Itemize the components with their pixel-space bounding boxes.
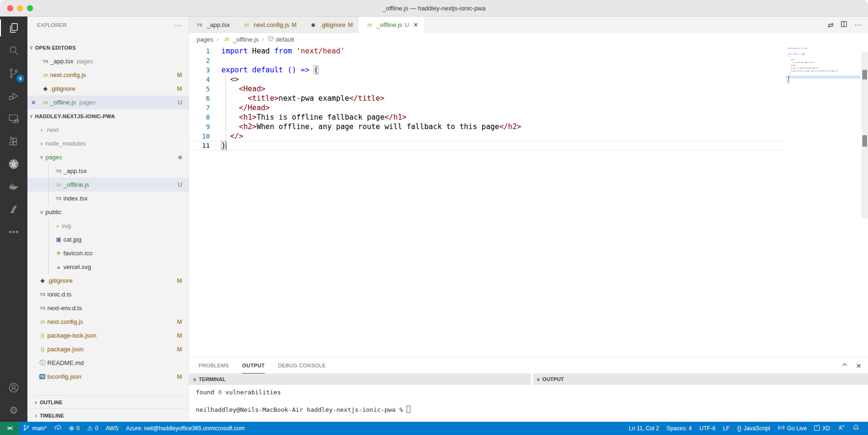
file-item-package.json[interactable]: {}package.jsonM bbox=[27, 342, 189, 356]
file-item-_app.tsx[interactable]: TS_app.tsx bbox=[27, 164, 189, 178]
status-errors[interactable]: ⊗0 bbox=[65, 422, 84, 435]
breadcrumb-item-pages[interactable]: pages bbox=[197, 36, 213, 43]
status-notifications[interactable] bbox=[849, 422, 863, 435]
source-control-badge: 6 bbox=[17, 75, 24, 82]
activity-bar-extensions-icon[interactable] bbox=[0, 130, 27, 153]
open-editor-item-_offline.js[interactable]: ✕JS_offline.jspagesU bbox=[27, 96, 189, 109]
open-editor-item-.gitignore[interactable]: ◆.gitignoreM bbox=[27, 82, 189, 96]
folder-item-public[interactable]: ∨public bbox=[27, 205, 189, 219]
code-editor[interactable]: 1import Head from 'next/head'23export de… bbox=[189, 45, 868, 357]
code-line-3[interactable]: 3export default () => ( bbox=[189, 65, 784, 75]
file-item-vercel.svg[interactable]: ▲vercel.svg bbox=[27, 260, 189, 274]
text-cursor bbox=[789, 76, 790, 83]
activity-bar-explorer-icon[interactable] bbox=[0, 17, 27, 39]
activity-bar-search-icon[interactable] bbox=[0, 39, 27, 62]
code-line-8[interactable]: 8 <h1>This is offline fallback page</h1> bbox=[189, 113, 784, 122]
code-line-6[interactable]: 6 <title>next-pwa example</title> bbox=[189, 94, 784, 103]
status-xd[interactable]: XD bbox=[810, 422, 834, 435]
file-item-_offline.js[interactable]: JS_offline.jsU bbox=[27, 178, 189, 191]
editor-tab-next.config.js[interactable]: JSnext.config.jsM bbox=[236, 17, 303, 33]
terminal-content[interactable]: found 0 vulnerabilitiesneilhaddley@Neils… bbox=[189, 385, 531, 422]
file-item-package-lock.json[interactable]: {}package-lock.jsonM bbox=[27, 329, 189, 342]
explorer-more-actions-icon[interactable]: ··· bbox=[174, 21, 182, 29]
sidebar-section-outline[interactable]: ›OUTLINE bbox=[27, 395, 189, 409]
file-item-.gitignore[interactable]: ◆.gitignoreM bbox=[27, 274, 189, 287]
chevron-down-icon: ∨ bbox=[38, 154, 45, 160]
workspace-root-header[interactable]: ∨HADDLEY-NEXTJS-IONIC-PWA bbox=[27, 109, 189, 123]
status-eol[interactable]: LF bbox=[719, 422, 733, 435]
scrollbar-thumb[interactable] bbox=[862, 135, 867, 147]
panel-tab-debug-console[interactable]: DEBUG CONSOLE bbox=[278, 357, 326, 374]
activity-bar-run-debug-icon[interactable] bbox=[0, 85, 27, 107]
code-line-2[interactable]: 2 bbox=[189, 56, 784, 65]
split-editor-icon[interactable] bbox=[840, 20, 848, 30]
close-editor-icon[interactable]: ✕ bbox=[31, 99, 41, 106]
file-item-next-env.d.ts[interactable]: TSnext-env.d.ts bbox=[27, 301, 189, 315]
status-language-mode[interactable]: {}JavaScript bbox=[733, 422, 774, 435]
status-remote-indicator[interactable]: >< bbox=[0, 422, 19, 435]
status-feedback[interactable] bbox=[834, 422, 849, 435]
status-encoding[interactable]: UTF-8 bbox=[695, 422, 719, 435]
file-item-README.md[interactable]: ⓘREADME.md bbox=[27, 356, 189, 370]
code-line-9[interactable]: 9 <h2>When offline, any page route will … bbox=[189, 122, 784, 131]
activity-bar-remote-explorer-icon[interactable] bbox=[0, 107, 27, 130]
code-line-11[interactable]: 11) bbox=[786, 76, 860, 78]
open-changes-icon[interactable]: ⇄ bbox=[827, 21, 833, 29]
activity-bar-settings-icon[interactable]: ⚙ bbox=[0, 399, 27, 422]
code-line-1[interactable]: 1import Head from 'next/head' bbox=[189, 46, 784, 56]
file-item-ionic.d.ts[interactable]: TSionic.d.ts bbox=[27, 287, 189, 301]
more-editor-actions-icon[interactable]: ⋯ bbox=[854, 21, 861, 29]
breadcrumb-item-_offline.js[interactable]: JS_offline.js bbox=[222, 36, 259, 43]
sidebar-section-timeline[interactable]: ›TIMELINE bbox=[27, 409, 189, 422]
panel-tab-output[interactable]: OUTPUT bbox=[242, 357, 265, 374]
file-item-cat.jpg[interactable]: ▦cat.jpg bbox=[27, 233, 189, 246]
scrollbar-thumb[interactable] bbox=[862, 70, 867, 79]
file-item-index.tsx[interactable]: TSindex.tsx bbox=[27, 191, 189, 205]
editor-tab-_offline.js[interactable]: JS_offline.jsU✕ bbox=[359, 17, 424, 33]
status-go-live[interactable]: Go Live bbox=[774, 422, 810, 435]
line-number: 4 bbox=[189, 75, 210, 84]
file-item-next.config.js[interactable]: JSnext.config.jsM bbox=[27, 315, 189, 329]
code-line-7[interactable]: 7 </Head> bbox=[189, 103, 784, 113]
folder-item-svg[interactable]: ›svg bbox=[27, 219, 189, 233]
bottom-panel: PROBLEMSOUTPUTDEBUG CONSOLE ✕ ∨ TERMINAL… bbox=[189, 357, 868, 422]
minimap[interactable]: 1import Head from 'next/head'23export de… bbox=[786, 47, 860, 78]
activity-bar-source-control-icon[interactable]: 6 bbox=[0, 62, 27, 85]
activity-bar-docker-icon[interactable] bbox=[0, 175, 27, 198]
status-aws[interactable]: AWS bbox=[102, 422, 122, 435]
editor-tab-.gitignore[interactable]: ◆.gitignoreM bbox=[303, 17, 359, 33]
window-title: _offline.js — haddley-nextjs-ionic-pwa bbox=[0, 5, 868, 12]
code-line-4[interactable]: 4 <> bbox=[189, 75, 784, 84]
editor-scrollbar[interactable] bbox=[861, 52, 868, 218]
code-line-11[interactable]: 11) bbox=[189, 141, 784, 150]
code-line-10[interactable]: 10 </> bbox=[189, 131, 784, 141]
folder-item-node_modules[interactable]: ›node_modules bbox=[27, 137, 189, 150]
activity-bar-account-icon[interactable] bbox=[0, 376, 27, 399]
status-azure-account[interactable]: Azure: neil@haddleyoffice365.onmicrosoft… bbox=[122, 422, 249, 435]
folder-item-pages[interactable]: ∨pages bbox=[27, 150, 189, 164]
status-cursor-position[interactable]: Ln 11, Col 2 bbox=[625, 422, 663, 435]
editor-tab-_app.tsx[interactable]: TS_app.tsx bbox=[189, 17, 236, 33]
activity-bar-kubernetes-icon[interactable] bbox=[0, 153, 27, 175]
terminal-pane-header[interactable]: ∨ TERMINAL bbox=[189, 374, 531, 385]
open-editors-section-header[interactable]: ∨OPEN EDITORS bbox=[27, 41, 189, 54]
output-pane-header[interactable]: ∨ OUTPUT bbox=[533, 374, 868, 385]
status-warnings[interactable]: ⚠0 bbox=[83, 422, 102, 435]
activity-bar-more-icon[interactable]: ••• bbox=[0, 221, 27, 244]
status-indentation[interactable]: Spaces: 4 bbox=[663, 422, 695, 435]
output-content[interactable] bbox=[533, 385, 868, 422]
status-sync[interactable] bbox=[51, 422, 65, 435]
maximize-panel-icon[interactable] bbox=[841, 361, 848, 370]
folder-item-.next[interactable]: ›.next bbox=[27, 123, 189, 137]
close-tab-icon[interactable]: ✕ bbox=[413, 21, 418, 28]
open-editor-item-_app.tsx[interactable]: TS_app.tsxpages bbox=[27, 54, 189, 68]
panel-tab-problems[interactable]: PROBLEMS bbox=[199, 357, 229, 374]
breadcrumb-item-default[interactable]: default bbox=[267, 35, 294, 44]
close-panel-icon[interactable]: ✕ bbox=[856, 362, 861, 370]
activity-bar-azure-icon[interactable] bbox=[0, 198, 27, 221]
status-git-branch[interactable]: main* bbox=[19, 422, 51, 435]
open-editor-item-next.config.js[interactable]: JSnext.config.jsM bbox=[27, 68, 189, 82]
file-item-tsconfig.json[interactable]: TStsconfig.jsonM bbox=[27, 370, 189, 383]
code-line-5[interactable]: 5 <Head> bbox=[189, 84, 784, 94]
file-item-favicon.ico[interactable]: ★favicon.ico bbox=[27, 246, 189, 260]
